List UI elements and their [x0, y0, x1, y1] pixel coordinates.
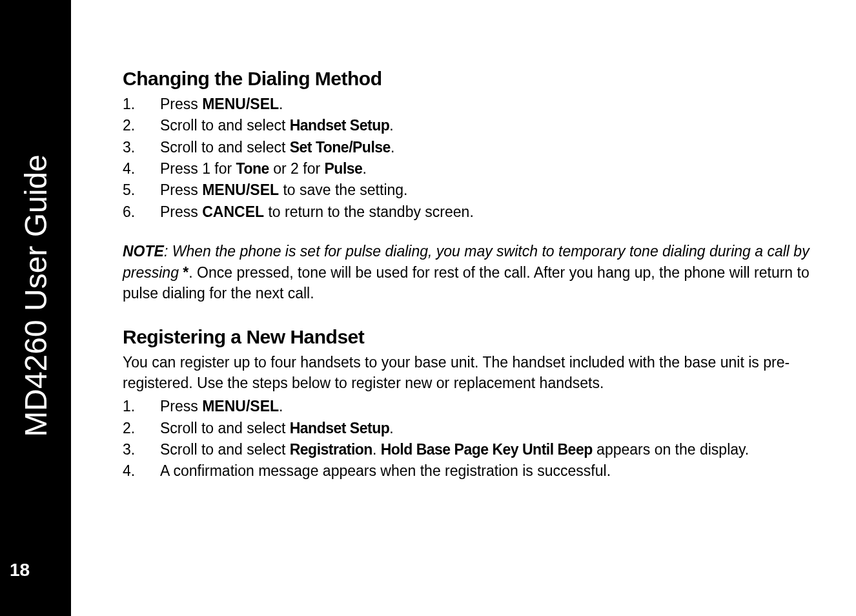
note-label: NOTE	[123, 243, 164, 260]
page-content: Changing the Dialing Method Press MENU/S…	[71, 0, 856, 616]
section1-steps: Press MENU/SEL. Scroll to and select Han…	[123, 94, 811, 223]
sidebar-title: MD4260 User Guide	[18, 154, 54, 437]
list-item: Press MENU/SEL to save the setting.	[123, 180, 811, 201]
note-block: NOTE: When the phone is set for pulse di…	[123, 241, 811, 304]
sidebar: MD4260 User Guide 18	[0, 0, 71, 616]
list-item: Press MENU/SEL.	[123, 94, 811, 115]
section2-steps: Press MENU/SEL. Scroll to and select Han…	[123, 396, 811, 482]
page-number: 18	[10, 560, 30, 580]
list-item: Press CANCEL to return to the standby sc…	[123, 201, 811, 223]
list-item: A confirmation message appears when the …	[123, 460, 811, 482]
list-item: Scroll to and select Set Tone/Pulse.	[123, 137, 811, 158]
list-item: Scroll to and select Handset Setup.	[123, 418, 811, 439]
list-item: Scroll to and select Handset Setup.	[123, 115, 811, 136]
section1-heading: Changing the Dialing Method	[123, 68, 811, 90]
section2-intro: You can register up to four handsets to …	[123, 352, 811, 393]
list-item: Press MENU/SEL.	[123, 396, 811, 417]
section2-heading: Registering a New Handset	[123, 326, 811, 348]
section2: Registering a New Handset You can regist…	[123, 326, 811, 482]
list-item: Press 1 for Tone or 2 for Pulse.	[123, 158, 811, 180]
list-item: Scroll to and select Registration. Hold …	[123, 439, 811, 460]
